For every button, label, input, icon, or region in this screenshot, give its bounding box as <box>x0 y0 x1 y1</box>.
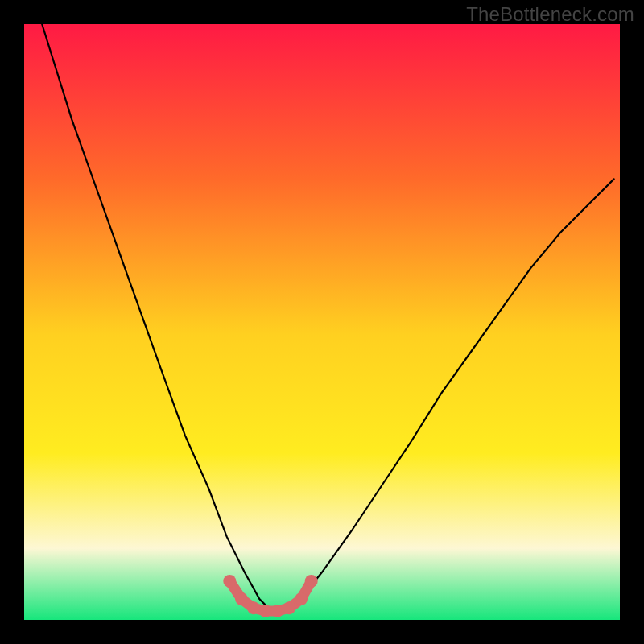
watermark-text: TheBottleneck.com <box>466 3 634 26</box>
marker-dot <box>259 605 272 617</box>
marker-dot <box>295 592 308 605</box>
marker-dot <box>283 601 295 614</box>
marker-dot <box>235 592 248 605</box>
marker-dot <box>271 605 284 617</box>
marker-dot <box>305 575 318 588</box>
marker-dot <box>223 575 236 588</box>
chart-stage: TheBottleneck.com <box>0 0 644 644</box>
bottleneck-chart <box>0 0 644 644</box>
plot-background <box>24 24 620 620</box>
marker-dot <box>247 601 260 614</box>
